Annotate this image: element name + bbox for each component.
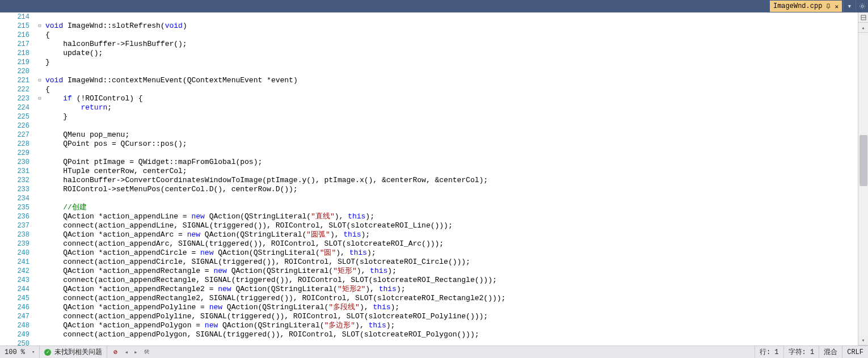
code-line[interactable]: connect(action_appendRectangle2, SIGNAL(… <box>45 294 858 303</box>
line-number: 216 <box>0 31 30 40</box>
fold-toggle <box>34 149 45 158</box>
fold-toggle <box>34 176 45 185</box>
content-area: 2142152162172182192202212222232242252262… <box>0 12 868 346</box>
code-line[interactable]: HTuple centerRow, centerCol; <box>45 167 858 176</box>
split-window-icon[interactable] <box>858 12 869 23</box>
code-line[interactable] <box>45 67 858 76</box>
fold-toggle <box>34 267 45 276</box>
close-icon[interactable]: ✕ <box>835 3 838 10</box>
line-number: 226 <box>0 121 30 130</box>
right-margin: ▴ ▾ <box>858 12 868 346</box>
code-line[interactable]: { <box>45 85 858 94</box>
nav-left-icon[interactable]: ◂ <box>124 348 128 356</box>
code-line[interactable]: QAction *action_appendRectangle2 = new Q… <box>45 285 858 294</box>
code-line[interactable]: connect(action_appendRectangle, SIGNAL(t… <box>45 276 858 285</box>
fold-toggle[interactable]: ⊟ <box>34 76 45 85</box>
fold-toggle <box>34 85 45 94</box>
fold-toggle <box>34 31 45 40</box>
code-line[interactable]: QMenu pop_menu; <box>45 130 858 140</box>
line-number: 249 <box>0 330 30 339</box>
line-number: 214 <box>0 12 30 22</box>
fold-toggle[interactable]: ⊟ <box>34 22 45 31</box>
fold-toggle <box>34 258 45 267</box>
code-line[interactable]: } <box>45 112 858 121</box>
fold-toggle <box>34 40 45 49</box>
fold-toggle <box>34 221 45 230</box>
status-zoom[interactable]: 100 % ▾ <box>0 346 40 358</box>
svg-point-0 <box>861 5 863 7</box>
line-number: 219 <box>0 58 30 67</box>
fold-toggle <box>34 230 45 239</box>
issues-text: 未找到相关问题 <box>54 347 102 357</box>
code-line[interactable]: { <box>45 31 858 40</box>
code-line[interactable] <box>45 339 858 346</box>
line-number: 248 <box>0 321 30 330</box>
code-line[interactable]: QPoint ptImage = QWidget::mapFromGlobal(… <box>45 158 858 167</box>
code-line[interactable] <box>45 12 858 22</box>
code-line[interactable]: connect(action_appendCircle, SIGNAL(trig… <box>45 258 858 267</box>
line-number: 250 <box>0 339 30 346</box>
code-line[interactable]: void ImageWnd::contextMenuEvent(QContext… <box>45 76 858 85</box>
wrench-icon[interactable]: 🛠 <box>144 348 150 356</box>
code-line[interactable]: connect(action_appendPolygon, SIGNAL(tri… <box>45 330 858 339</box>
fold-toggle <box>34 339 45 346</box>
fold-toggle <box>34 276 45 285</box>
code-line[interactable]: if (!ROIControl) { <box>45 94 858 103</box>
status-eol[interactable]: CRLF <box>842 346 868 358</box>
line-number: 244 <box>0 285 30 294</box>
code-line[interactable]: QAction *action_appendLine = new QAction… <box>45 212 858 221</box>
code-line[interactable]: //创建 <box>45 203 858 212</box>
status-errors[interactable]: ⊘ ◂ ▸ 🛠 <box>107 346 154 358</box>
nav-right-icon[interactable]: ▸ <box>134 348 138 356</box>
status-line[interactable]: 行: 1 <box>755 346 783 358</box>
active-tab[interactable]: ImageWnd.cpp ✕ <box>770 1 842 12</box>
scroll-up-icon[interactable]: ▴ <box>858 23 869 33</box>
scrollbar-thumb[interactable] <box>859 135 867 186</box>
line-number: 239 <box>0 239 30 249</box>
code-line[interactable]: return; <box>45 103 858 112</box>
code-line[interactable]: QAction *action_appendCircle = new QActi… <box>45 249 858 258</box>
code-line[interactable]: halconBuffer->FlushBuffer(); <box>45 40 858 49</box>
fold-toggle <box>34 294 45 303</box>
code-line[interactable]: QAction *action_appendPolyline = new QAc… <box>45 303 858 312</box>
code-line[interactable]: halconBuffer->ConvertCoordinatesWindowTo… <box>45 176 858 185</box>
status-issues[interactable]: ✓ 未找到相关问题 <box>40 346 107 358</box>
gear-icon[interactable] <box>856 0 868 12</box>
line-number: 246 <box>0 303 30 312</box>
fold-toggle[interactable]: ⊟ <box>34 94 45 103</box>
chevron-down-icon[interactable]: ▾ <box>32 349 35 355</box>
fold-toggle <box>34 103 45 112</box>
code-line[interactable]: QAction *action_appendRectangle = new QA… <box>45 267 858 276</box>
fold-toggle <box>34 158 45 167</box>
window-dropdown-icon[interactable]: ▾ <box>843 0 856 12</box>
line-number: 221 <box>0 76 30 85</box>
code-line[interactable]: connect(action_appendLine, SIGNAL(trigge… <box>45 221 858 230</box>
line-number: 236 <box>0 212 30 221</box>
code-line[interactable]: update(); <box>45 49 858 58</box>
line-number: 217 <box>0 40 30 49</box>
code-line[interactable]: QPoint pos = QCursor::pos(); <box>45 140 858 149</box>
fold-toggle <box>34 58 45 67</box>
code-line[interactable]: connect(action_appendPolyline, SIGNAL(tr… <box>45 312 858 321</box>
scroll-down-icon[interactable]: ▾ <box>858 335 869 346</box>
code-line[interactable] <box>45 121 858 130</box>
fold-toggle <box>34 140 45 149</box>
code-editor[interactable]: void ImageWnd::slotRefresh(void){ halcon… <box>45 12 858 346</box>
check-icon: ✓ <box>44 349 51 356</box>
code-line[interactable] <box>45 149 858 158</box>
code-line[interactable]: connect(action_appendArc, SIGNAL(trigger… <box>45 239 858 249</box>
code-line[interactable]: QAction *action_appendArc = new QAction(… <box>45 230 858 239</box>
code-line[interactable]: QAction *action_appendPolygon = new QAct… <box>45 321 858 330</box>
code-line[interactable]: void ImageWnd::slotRefresh(void) <box>45 22 858 31</box>
line-number: 238 <box>0 230 30 239</box>
status-indent[interactable]: 混合 <box>819 346 842 358</box>
line-number: 229 <box>0 149 30 158</box>
code-line[interactable]: } <box>45 58 858 67</box>
vertical-scrollbar[interactable] <box>858 33 869 335</box>
status-char[interactable]: 字符: 1 <box>783 346 819 358</box>
line-number: 243 <box>0 276 30 285</box>
code-line[interactable] <box>45 194 858 203</box>
pin-icon[interactable] <box>825 3 831 9</box>
code-line[interactable]: ROIControl->setMenuPos(centerCol.D(), ce… <box>45 185 858 194</box>
tab-filename: ImageWnd.cpp <box>773 2 822 10</box>
